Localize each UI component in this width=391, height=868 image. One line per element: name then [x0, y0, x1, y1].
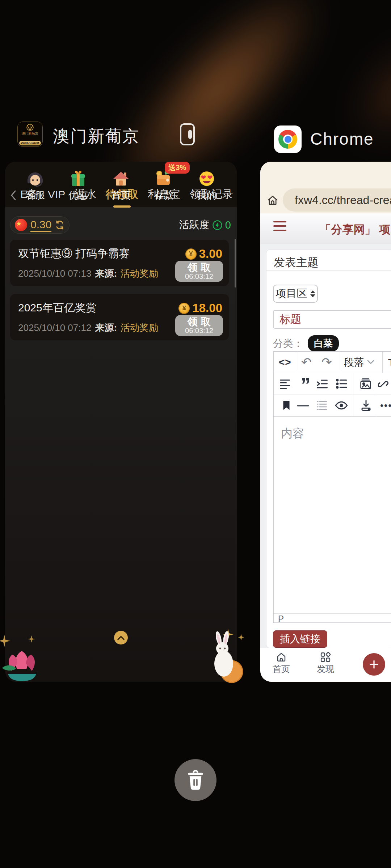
insert-image-icon[interactable]: [360, 378, 371, 390]
insert-link-button[interactable]: 插入链接: [273, 630, 327, 648]
trash-icon: [186, 770, 205, 790]
reward-date: 2025/10/10 07:13: [18, 268, 91, 279]
china-flag-icon: [15, 219, 27, 231]
list-style-icon-disabled[interactable]: [316, 400, 327, 410]
back-chevron-icon[interactable]: [10, 190, 17, 201]
discover-grid-icon: [320, 652, 331, 663]
deposit-bonus-badge: 送3%: [165, 162, 190, 174]
nav-label: 优惠: [68, 189, 88, 202]
format-text-icon[interactable]: T: [388, 352, 391, 373]
align-left-icon[interactable]: [279, 379, 290, 389]
menu-hamburger-icon[interactable]: [273, 221, 286, 234]
coin-icon: ¥: [185, 248, 197, 260]
nav-item-profile[interactable]: 我的: [197, 169, 216, 202]
claim-button[interactable]: 领 取 06:03:12: [175, 261, 223, 282]
horizontal-rule-icon[interactable]: [297, 405, 309, 407]
site-nav-label: 首页: [273, 663, 290, 675]
form-title: 发表主题: [274, 255, 319, 270]
reward-list-item[interactable]: 2025年百亿奖赏 ¥ 18.00 2025/10/10 07:12 来源: 活…: [10, 294, 229, 340]
tab-vip[interactable]: VIP: [48, 188, 65, 201]
site-title: 「分享网」 项: [320, 222, 390, 237]
select-updown-icon: [310, 290, 315, 297]
new-thread-plus-button[interactable]: [363, 653, 385, 676]
insert-link-icon[interactable]: [378, 378, 389, 389]
app-icon-chrome[interactable]: [274, 125, 302, 153]
new-thread-form: 发表主题 项目区 标题 分类： 白菜 <> ↶ ↷: [266, 250, 391, 648]
url-text[interactable]: fxw4.cc/thread-create: [295, 193, 391, 207]
category-label: 分类：: [273, 337, 303, 350]
site-nav-discover[interactable]: 发现: [317, 652, 334, 675]
blockquote-icon[interactable]: ”: [299, 374, 312, 395]
reward-meta: 2025/10/10 07:12 来源: 活动奖励: [18, 322, 158, 334]
element-path-tag: P: [278, 614, 284, 624]
reward-source-label: 来源:: [95, 267, 117, 280]
refresh-icon[interactable]: [55, 220, 65, 230]
category-tag[interactable]: 白菜: [308, 335, 339, 352]
split-screen-icon[interactable]: [180, 123, 195, 145]
clear-all-trash-button[interactable]: [175, 759, 216, 801]
plus-icon: [369, 659, 379, 670]
thread-title-input[interactable]: 标题: [273, 310, 391, 329]
activity-label: 活跃度: [179, 218, 210, 232]
thread-title-placeholder: 标题: [279, 312, 301, 327]
app-icon-name-text: 澳门新葡京: [18, 132, 42, 135]
chrome-logo-icon: [278, 130, 297, 149]
forum-select[interactable]: 项目区: [273, 285, 318, 303]
site-header: 「分享网」 项: [260, 213, 391, 244]
customer-service-icon: [25, 169, 45, 188]
claim-button[interactable]: 领 取 06:03:12: [175, 315, 223, 336]
browser-toolbar: fxw4.cc/thread-create: [260, 162, 391, 213]
home-3d-icon: [111, 169, 131, 188]
chevron-down-icon[interactable]: [367, 360, 374, 365]
scroll-to-top-button[interactable]: [114, 631, 128, 644]
nav-item-home[interactable]: 首页: [111, 169, 131, 202]
reward-list-item[interactable]: 双节钜惠⑨ 打码争霸赛 ¥ 3.00 2025/10/10 07:13 来源: …: [10, 240, 229, 286]
redo-icon[interactable]: ↷: [321, 352, 332, 372]
url-bar[interactable]: fxw4.cc/thread-create: [283, 188, 391, 212]
nav-item-deposit[interactable]: 送3% 存款: [154, 169, 173, 202]
crown-logo-icon: [25, 123, 35, 131]
claim-button-label: 领 取: [188, 262, 211, 273]
bullet-list-icon[interactable]: [336, 379, 347, 389]
rich-text-editor[interactable]: <> ↶ ↷ 段落 T ”: [273, 351, 391, 623]
editor-status-bar: P: [274, 613, 391, 624]
app-icon-domain-banner: 2356A.COM: [19, 141, 41, 145]
balance-value[interactable]: 0.30: [30, 218, 51, 232]
code-view-icon[interactable]: <>: [279, 352, 291, 373]
bookmark-icon[interactable]: [282, 400, 290, 410]
activity-bolt-icon: [213, 220, 222, 230]
nav-label: 我的: [197, 189, 216, 202]
preview-eye-icon[interactable]: [335, 401, 348, 410]
app-icon-casino[interactable]: 澳门新葡京 2356A.COM: [17, 122, 43, 147]
undo-icon[interactable]: ↶: [301, 352, 312, 372]
content-textarea[interactable]: 内容: [274, 416, 391, 613]
app1-title: 澳门新葡京: [53, 125, 140, 148]
site-bottom-nav: 首页 发现: [260, 648, 391, 682]
paragraph-style-select[interactable]: 段落: [344, 352, 364, 373]
reward-amount-box: ¥ 3.00: [185, 247, 222, 261]
scrollbar-thumb[interactable]: [235, 239, 236, 288]
app2-title: Chrome: [310, 129, 374, 149]
reward-amount: 18.00: [192, 301, 222, 315]
balance-pill[interactable]: 0.30: [10, 216, 70, 234]
nav-item-customer-service[interactable]: 客服: [25, 169, 45, 202]
nav-item-promotions[interactable]: 优惠: [68, 169, 88, 202]
browser-home-icon[interactable]: [266, 194, 279, 207]
nav-label: 客服: [25, 189, 45, 202]
claim-button-label: 领 取: [188, 316, 211, 327]
reward-title: 2025年百亿奖赏: [18, 301, 97, 315]
gift-icon: [68, 169, 88, 188]
recent-app-card-casino[interactable]: E务 VIP 返水 待领取 利息宝 领取记录 0.30 活跃度: [5, 162, 237, 682]
home-icon: [276, 652, 287, 663]
site-nav-home[interactable]: 首页: [273, 652, 290, 675]
recent-app-card-chrome[interactable]: fxw4.cc/thread-create 「分享网」 项 发表主题 项目区 标…: [260, 162, 391, 682]
category-row: 分类： 白菜: [273, 335, 339, 352]
claim-countdown: 06:03:12: [185, 327, 213, 335]
site-settings-icon[interactable]: [290, 195, 290, 205]
coin-icon: ¥: [178, 303, 190, 314]
chevron-up-icon: [117, 635, 125, 640]
more-options-icon[interactable]: •••: [380, 395, 391, 416]
download-icon[interactable]: [361, 400, 371, 411]
claim-countdown: 06:03:12: [185, 273, 213, 280]
indent-icon[interactable]: [316, 379, 328, 389]
